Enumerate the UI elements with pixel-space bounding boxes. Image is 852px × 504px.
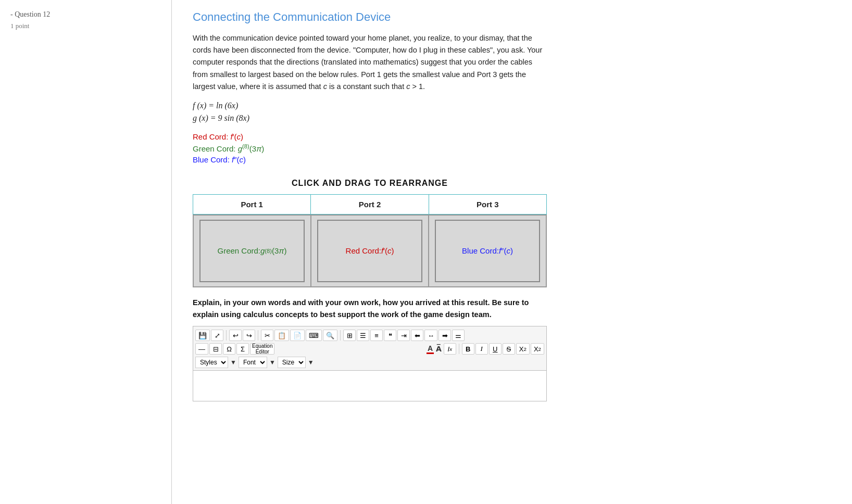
toolbar-row-2: — ⊟ Ω Σ EquationEditor A A̅ Ix B I U S X… — [195, 342, 544, 356]
toolbar-row-3: Styles ▼ Font ▼ Size ▼ — [195, 356, 544, 370]
toolbar-row-1: 💾 ⤢ ↩ ↪ ✂ 📋 📄 ⌨ 🔍 ⊞ ☰ ≡ ❝ ⇥ ⬅ ↔ ➡ — [195, 329, 544, 342]
port3-header: Port 3 — [429, 194, 546, 214]
question-title: Connecting the Communication Device — [193, 10, 547, 24]
explain-text: Explain, in your own words and with your… — [193, 297, 547, 321]
toolbar-insert-table-btn[interactable]: ⊟ — [209, 343, 222, 355]
point-label: 1 point — [10, 22, 161, 30]
toolbar-equation-btn[interactable]: EquationEditor — [250, 343, 274, 355]
toolbar-table-btn[interactable]: ⊞ — [343, 330, 356, 341]
red-cord-label: Red Cord: f′(c) — [193, 132, 547, 141]
toolbar-list-btn[interactable]: ☰ — [357, 330, 369, 341]
toolbar-cut-btn[interactable]: ✂ — [261, 330, 273, 341]
page-layout: - Question 12 1 point Connecting the Com… — [0, 0, 852, 504]
toolbar-save-btn[interactable]: 💾 — [195, 330, 210, 341]
toolbar-indent-btn[interactable]: ⇥ — [397, 330, 410, 341]
drag-instruction: CLICK AND DRAG TO REARRANGE — [193, 179, 547, 188]
toolbar-omega-btn[interactable]: Ω — [223, 343, 235, 355]
toolbar-align-center-btn[interactable]: ↔ — [424, 330, 437, 341]
cord-section: Red Cord: f′(c) Green Cord: g(8)(3π) Blu… — [193, 132, 547, 164]
drag-area: Green Cord: g(8)(3π) Red Cord: f′(c) Blu… — [193, 215, 547, 287]
port2-header: Port 2 — [311, 194, 429, 214]
highlight-a-btn[interactable]: A̅ — [436, 345, 442, 353]
question-body: With the communication device pointed to… — [193, 32, 547, 93]
sep3 — [340, 330, 341, 341]
toolbar-sigma-btn[interactable]: Σ — [236, 343, 249, 355]
toolbar-align-left-btn[interactable]: ⬅ — [411, 330, 423, 341]
toolbar-blockquote-btn[interactable]: ❝ — [384, 330, 396, 341]
func-f: f (x) = ln (6x) — [193, 101, 547, 110]
font-color-a: A — [427, 344, 434, 354]
drag-cell-3[interactable]: Blue Cord: f″(c) — [429, 215, 547, 287]
toolbar-align-right-btn[interactable]: ➡ — [438, 330, 451, 341]
toolbar-underline-btn[interactable]: U — [489, 343, 502, 355]
styles-select[interactable]: Styles — [195, 357, 228, 368]
toolbar-copy-btn[interactable]: 📋 — [274, 330, 289, 341]
toolbar-strike-btn[interactable]: S — [503, 343, 515, 355]
toolbar-bold-btn[interactable]: B — [462, 343, 474, 355]
toolbar-expand-btn[interactable]: ⤢ — [211, 330, 223, 341]
blue-cord-label: Blue Cord: f″(c) — [193, 155, 547, 164]
toolbar-italic-btn[interactable]: I — [475, 343, 488, 355]
toolbar-num-list-btn[interactable]: ≡ — [370, 330, 383, 341]
toolbar-clear-format-btn[interactable]: Ix — [444, 343, 456, 355]
sidebar: - Question 12 1 point — [0, 0, 172, 504]
editor-body[interactable] — [193, 370, 547, 401]
toolbar-paste-btn[interactable]: 📄 — [290, 330, 305, 341]
green-cord-label: Green Cord: g(8)(3π) — [193, 143, 547, 153]
drag-cell-2[interactable]: Red Cord: f′(c) — [311, 215, 429, 287]
size-select[interactable]: Size — [278, 357, 306, 368]
sep2 — [258, 330, 258, 341]
toolbar-redo-btn[interactable]: ↪ — [243, 330, 255, 341]
toolbar-hline-btn[interactable]: — — [195, 343, 208, 355]
drag-card-green[interactable]: Green Cord: g(8)(3π) — [199, 220, 305, 282]
toolbar-superscript-btn[interactable]: X2 — [531, 343, 544, 355]
drag-card-red[interactable]: Red Cord: f′(c) — [317, 220, 422, 282]
toolbar-justify-btn[interactable]: ⚌ — [452, 330, 465, 341]
drag-card-blue[interactable]: Blue Cord: f″(c) — [435, 220, 540, 282]
ports-table: Port 1 Port 2 Port 3 — [193, 194, 547, 215]
func-g: g (x) = 9 sin (8x) — [193, 114, 547, 123]
toolbar-subscript-btn[interactable]: X2 — [516, 343, 530, 355]
editor-toolbar: 💾 ⤢ ↩ ↪ ✂ 📋 📄 ⌨ 🔍 ⊞ ☰ ≡ ❝ ⇥ ⬅ ↔ ➡ — [193, 326, 547, 370]
main-content: Connecting the Communication Device With… — [172, 0, 568, 504]
drag-cell-1[interactable]: Green Cord: g(8)(3π) — [193, 215, 311, 287]
toolbar-undo-btn[interactable]: ↩ — [229, 330, 242, 341]
question-label: - Question 12 — [10, 10, 161, 19]
sep1 — [226, 330, 227, 341]
port1-header: Port 1 — [193, 194, 311, 214]
font-select[interactable]: Font — [239, 357, 267, 368]
sep4 — [459, 344, 459, 354]
toolbar-search-btn[interactable]: 🔍 — [323, 330, 337, 341]
toolbar-paste-text-btn[interactable]: ⌨ — [306, 330, 322, 341]
